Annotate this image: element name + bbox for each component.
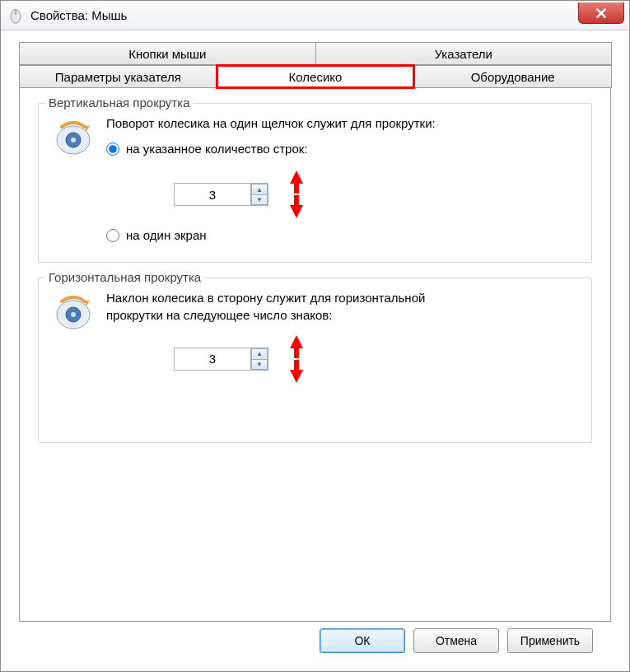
svg-marker-7 [290,170,303,194]
tab-pointer-options[interactable]: Параметры указателя [19,65,217,88]
radio-lines[interactable] [106,142,119,156]
svg-point-5 [71,138,76,142]
svg-point-2 [15,11,17,14]
vertical-spin-up[interactable]: ▲ [251,184,268,194]
horizontal-chars-spinner[interactable]: ▲ ▼ [174,348,268,371]
svg-point-11 [71,312,76,317]
wheel-horizontal-icon [52,290,95,333]
tab-wheel[interactable]: Колесико [217,65,415,88]
dialog-buttons: ОК Отмена Применить [19,622,611,665]
mouse-icon [7,7,24,24]
red-arrows-annotation-icon [285,169,308,220]
tab-pointers[interactable]: Указатели [315,42,613,65]
radio-lines-row[interactable]: на указанное количество строк: [106,142,578,156]
cancel-button[interactable]: Отмена [413,628,499,653]
svg-marker-8 [290,195,303,218]
close-button[interactable] [578,2,624,24]
close-icon [595,7,607,19]
horizontal-chars-input[interactable] [175,348,250,370]
wheel-vertical-icon [52,115,95,158]
vertical-lines-input[interactable] [175,184,250,205]
horizontal-desc: Наклон колесика в сторону служит для гор… [106,290,436,324]
svg-marker-14 [290,360,303,383]
vertical-desc: Поворот колесика на один щелчок служит д… [106,115,578,132]
dialog-content: Кнопки мыши Указатели Параметры указател… [1,30,629,671]
svg-marker-13 [290,335,303,358]
horizontal-spin-up[interactable]: ▲ [251,348,268,359]
radio-screen-label: на один экран [126,228,207,242]
horizontal-scroll-title: Горизонтальная прокрутка [45,270,204,284]
radio-screen[interactable] [106,229,119,242]
radio-screen-row[interactable]: на один экран [106,228,578,242]
tab-strip: Кнопки мыши Указатели Параметры указател… [19,42,611,88]
radio-lines-label: на указанное количество строк: [126,142,308,156]
horizontal-scroll-group: Горизонтальная прокрутка Наклон колесика… [38,278,592,443]
tab-hardware[interactable]: Оборудование [413,65,612,88]
vertical-lines-spinner[interactable]: ▲ ▼ [174,183,268,206]
horizontal-spin-down[interactable]: ▼ [251,359,268,370]
tab-buttons[interactable]: Кнопки мыши [19,42,316,65]
vertical-spin-down[interactable]: ▼ [251,194,268,205]
tab-panel: Вертикальная прокрутка Поворот колесика … [19,88,611,622]
ok-button[interactable]: ОК [320,628,405,653]
titlebar[interactable]: Свойства: Мышь [1,1,629,30]
window-title: Свойства: Мышь [30,8,127,22]
vertical-scroll-title: Вертикальная прокрутка [45,96,193,110]
vertical-scroll-group: Вертикальная прокрутка Поворот колесика … [38,103,592,263]
mouse-properties-window: Свойства: Мышь Кнопки мыши Указатели Пар… [0,0,630,672]
red-arrows-annotation-icon [285,334,308,385]
apply-button[interactable]: Применить [507,628,593,653]
